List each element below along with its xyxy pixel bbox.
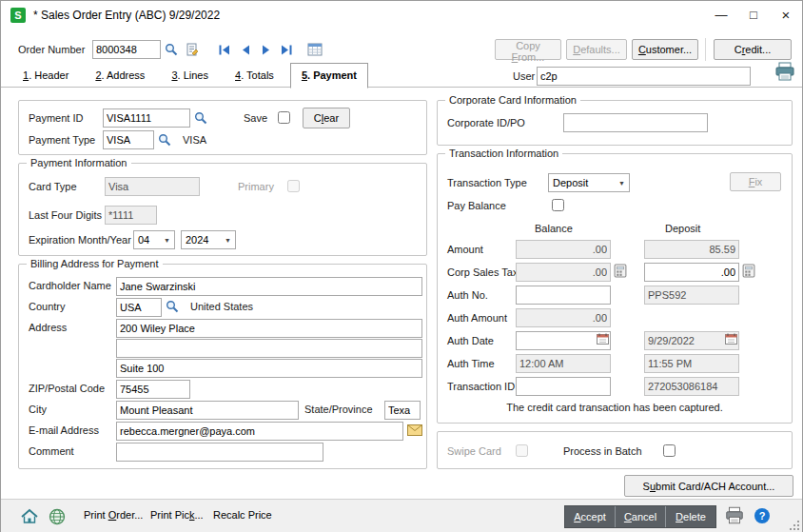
- delete-button[interactable]: Delete: [666, 506, 715, 527]
- nav-previous-button[interactable]: [239, 44, 252, 56]
- print-pick-button[interactable]: Print Pick...: [144, 505, 210, 524]
- transaction-id-balance-field[interactable]: [516, 377, 611, 396]
- city-input[interactable]: [116, 401, 299, 420]
- address-line3-input[interactable]: [116, 359, 422, 378]
- submit-card-ach-button[interactable]: Submit Card/ACH Account...: [624, 475, 793, 497]
- nav-first-button[interactable]: [218, 44, 231, 56]
- transaction-id-label: Transaction ID: [447, 381, 515, 392]
- quick-print-icon[interactable]: [774, 62, 796, 81]
- toolbar-divider: [705, 38, 706, 61]
- minimize-button[interactable]: —: [705, 1, 737, 30]
- payment-type-input[interactable]: [103, 130, 154, 149]
- payment-id-lookup-icon[interactable]: [194, 111, 207, 125]
- payment-type-label: Payment Type: [29, 134, 95, 146]
- copy-from-button[interactable]: Copy From...: [495, 39, 561, 60]
- user-input[interactable]: [537, 67, 751, 86]
- close-button[interactable]: ×: [770, 1, 802, 30]
- amount-deposit-field: [644, 240, 739, 259]
- defaults-button[interactable]: Defaults...: [566, 39, 627, 60]
- maximize-button[interactable]: □: [737, 1, 770, 30]
- payment-id-input[interactable]: [103, 108, 190, 128]
- transaction-type-select[interactable]: Deposit▼: [548, 173, 630, 192]
- expiration-month-select[interactable]: 04▼: [133, 230, 175, 249]
- web-globe-icon[interactable]: [49, 508, 66, 525]
- tab-totals[interactable]: 4. Totals: [225, 64, 284, 88]
- print-order-button[interactable]: Print Order...: [77, 505, 149, 524]
- tab-lines[interactable]: 3. Lines: [161, 64, 219, 88]
- corp-sales-tax-deposit-calculator-icon[interactable]: [742, 264, 755, 278]
- recalc-price-button[interactable]: Recalc Price: [206, 505, 279, 524]
- order-number-input[interactable]: [92, 40, 161, 59]
- status-bar: Print Order... Print Pick... Recalc Pric…: [1, 499, 802, 532]
- expiration-year-select[interactable]: 2024▼: [181, 230, 236, 249]
- cardholder-name-input[interactable]: [116, 277, 422, 296]
- country-label: Country: [29, 301, 66, 312]
- country-lookup-icon[interactable]: [166, 300, 179, 313]
- chevron-down-icon: ▼: [618, 180, 625, 187]
- email-input[interactable]: [116, 422, 403, 441]
- order-list-icon[interactable]: [307, 43, 323, 56]
- tab-payment[interactable]: 5. Payment: [290, 63, 368, 89]
- expiration-label: Expiration Month/Year: [29, 234, 131, 246]
- user-label: User: [513, 70, 535, 82]
- payment-information-group: Payment Information Card Type Primary La…: [18, 163, 427, 256]
- order-lookup-icon[interactable]: [165, 43, 178, 56]
- amount-balance-field: [516, 240, 611, 259]
- fix-button[interactable]: Fix: [730, 172, 781, 191]
- corp-sales-tax-deposit-field[interactable]: [644, 263, 739, 282]
- process-in-batch-checkbox[interactable]: [663, 444, 676, 457]
- save-label: Save: [244, 112, 267, 124]
- billing-address-group: Billing Address for Payment Cardholder N…: [18, 264, 427, 469]
- help-icon[interactable]: ?: [754, 508, 770, 523]
- amount-label: Amount: [447, 244, 483, 255]
- country-input[interactable]: [116, 298, 162, 317]
- payment-information-title: Payment Information: [27, 157, 131, 168]
- corporate-id-input[interactable]: [563, 113, 708, 132]
- email-label: E-mail Address: [29, 424, 99, 436]
- zip-label: ZIP/Postal Code: [29, 383, 105, 394]
- corporate-card-title: Corporate Card Information: [445, 94, 580, 106]
- save-checkbox[interactable]: [278, 111, 290, 124]
- payment-type-lookup-icon[interactable]: [158, 133, 171, 147]
- clear-button[interactable]: Clear: [303, 108, 350, 128]
- auth-date-balance-calendar-icon[interactable]: [597, 333, 609, 345]
- address-line1-input[interactable]: [116, 319, 422, 338]
- state-input[interactable]: [384, 401, 421, 420]
- swipe-card-label: Swipe Card: [447, 445, 501, 457]
- customer-button[interactable]: Customer...: [632, 39, 698, 60]
- payment-type-description: VISA: [183, 134, 206, 146]
- credit-button[interactable]: Credit...: [714, 39, 792, 60]
- transaction-status-message: The credit card transaction has been cap…: [438, 402, 792, 413]
- title-bar: S * Sales Order Entry (ABC) 9/29/2022 — …: [1, 1, 802, 30]
- email-envelope-icon[interactable]: [407, 424, 422, 436]
- corporate-id-label: Corporate ID/PO: [447, 117, 525, 128]
- process-in-batch-label: Process in Batch: [563, 445, 642, 457]
- payment-id-label: Payment ID: [29, 112, 83, 124]
- auth-time-deposit-field: [644, 354, 739, 373]
- nav-last-button[interactable]: [280, 44, 293, 56]
- zip-input[interactable]: [116, 380, 190, 399]
- pay-balance-label: Pay Balance: [447, 200, 506, 211]
- corp-sales-tax-balance-calculator-icon[interactable]: [614, 264, 627, 278]
- order-memo-icon[interactable]: [186, 43, 199, 56]
- transaction-information-title: Transaction Information: [445, 148, 562, 159]
- accept-button[interactable]: Accept: [565, 506, 615, 527]
- address-line2-input[interactable]: [116, 339, 422, 358]
- pay-balance-checkbox[interactable]: [552, 199, 564, 211]
- primary-label: Primary: [238, 181, 274, 192]
- auth-date-deposit-calendar-icon[interactable]: [725, 333, 737, 345]
- auth-no-label: Auth No.: [447, 289, 488, 301]
- tab-address[interactable]: 2. Address: [85, 64, 155, 88]
- tab-header[interactable]: 1. Header: [12, 64, 79, 88]
- action-button-group: Accept Cancel Delete: [564, 505, 716, 528]
- primary-checkbox: [287, 180, 300, 192]
- comment-input[interactable]: [116, 443, 323, 462]
- cancel-button[interactable]: Cancel: [616, 506, 665, 527]
- home-icon[interactable]: [20, 508, 39, 524]
- nav-next-button[interactable]: [260, 44, 273, 56]
- auth-no-balance-field[interactable]: [516, 286, 611, 305]
- resize-grip[interactable]: [789, 520, 800, 531]
- country-name-text: United States: [190, 301, 253, 312]
- card-type-input: [105, 177, 200, 196]
- printer-icon[interactable]: [724, 506, 745, 524]
